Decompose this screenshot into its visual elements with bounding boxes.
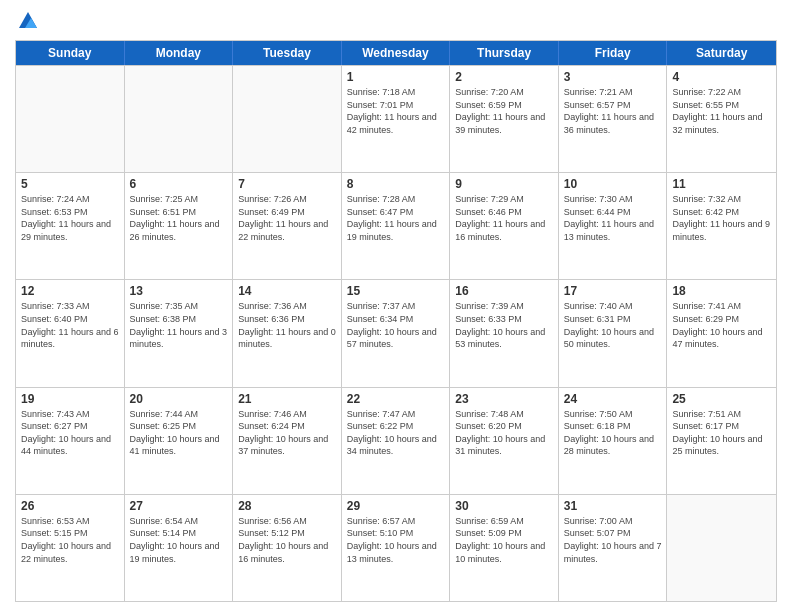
day-number: 7 <box>238 177 336 191</box>
cal-cell-r4-c4: 22Sunrise: 7:47 AM Sunset: 6:22 PM Dayli… <box>342 388 451 494</box>
cal-cell-r2-c7: 11Sunrise: 7:32 AM Sunset: 6:42 PM Dayli… <box>667 173 776 279</box>
cal-cell-r2-c6: 10Sunrise: 7:30 AM Sunset: 6:44 PM Dayli… <box>559 173 668 279</box>
day-info: Sunrise: 7:30 AM Sunset: 6:44 PM Dayligh… <box>564 193 662 243</box>
day-number: 6 <box>130 177 228 191</box>
col-saturday: Saturday <box>667 41 776 65</box>
day-number: 18 <box>672 284 771 298</box>
cal-cell-r5-c5: 30Sunrise: 6:59 AM Sunset: 5:09 PM Dayli… <box>450 495 559 601</box>
day-number: 29 <box>347 499 445 513</box>
day-number: 3 <box>564 70 662 84</box>
col-tuesday: Tuesday <box>233 41 342 65</box>
cal-cell-r5-c7 <box>667 495 776 601</box>
cal-cell-r3-c3: 14Sunrise: 7:36 AM Sunset: 6:36 PM Dayli… <box>233 280 342 386</box>
day-number: 5 <box>21 177 119 191</box>
calendar-header: Sunday Monday Tuesday Wednesday Thursday… <box>16 41 776 65</box>
cal-cell-r2-c1: 5Sunrise: 7:24 AM Sunset: 6:53 PM Daylig… <box>16 173 125 279</box>
day-number: 10 <box>564 177 662 191</box>
day-info: Sunrise: 7:47 AM Sunset: 6:22 PM Dayligh… <box>347 408 445 458</box>
logo-icon <box>17 10 39 32</box>
day-info: Sunrise: 7:28 AM Sunset: 6:47 PM Dayligh… <box>347 193 445 243</box>
col-monday: Monday <box>125 41 234 65</box>
day-number: 11 <box>672 177 771 191</box>
col-friday: Friday <box>559 41 668 65</box>
day-info: Sunrise: 7:00 AM Sunset: 5:07 PM Dayligh… <box>564 515 662 565</box>
day-number: 14 <box>238 284 336 298</box>
cal-cell-r2-c4: 8Sunrise: 7:28 AM Sunset: 6:47 PM Daylig… <box>342 173 451 279</box>
day-info: Sunrise: 7:21 AM Sunset: 6:57 PM Dayligh… <box>564 86 662 136</box>
day-number: 8 <box>347 177 445 191</box>
cal-cell-r5-c1: 26Sunrise: 6:53 AM Sunset: 5:15 PM Dayli… <box>16 495 125 601</box>
cal-cell-r1-c2 <box>125 66 234 172</box>
day-info: Sunrise: 7:51 AM Sunset: 6:17 PM Dayligh… <box>672 408 771 458</box>
cal-cell-r3-c2: 13Sunrise: 7:35 AM Sunset: 6:38 PM Dayli… <box>125 280 234 386</box>
day-info: Sunrise: 7:36 AM Sunset: 6:36 PM Dayligh… <box>238 300 336 350</box>
cal-cell-r4-c5: 23Sunrise: 7:48 AM Sunset: 6:20 PM Dayli… <box>450 388 559 494</box>
day-number: 31 <box>564 499 662 513</box>
day-number: 28 <box>238 499 336 513</box>
day-info: Sunrise: 7:26 AM Sunset: 6:49 PM Dayligh… <box>238 193 336 243</box>
cal-cell-r1-c6: 3Sunrise: 7:21 AM Sunset: 6:57 PM Daylig… <box>559 66 668 172</box>
day-info: Sunrise: 7:24 AM Sunset: 6:53 PM Dayligh… <box>21 193 119 243</box>
day-info: Sunrise: 7:41 AM Sunset: 6:29 PM Dayligh… <box>672 300 771 350</box>
cal-cell-r5-c4: 29Sunrise: 6:57 AM Sunset: 5:10 PM Dayli… <box>342 495 451 601</box>
day-info: Sunrise: 7:22 AM Sunset: 6:55 PM Dayligh… <box>672 86 771 136</box>
day-number: 23 <box>455 392 553 406</box>
cal-cell-r3-c4: 15Sunrise: 7:37 AM Sunset: 6:34 PM Dayli… <box>342 280 451 386</box>
day-info: Sunrise: 7:40 AM Sunset: 6:31 PM Dayligh… <box>564 300 662 350</box>
day-info: Sunrise: 6:57 AM Sunset: 5:10 PM Dayligh… <box>347 515 445 565</box>
col-thursday: Thursday <box>450 41 559 65</box>
cal-cell-r3-c1: 12Sunrise: 7:33 AM Sunset: 6:40 PM Dayli… <box>16 280 125 386</box>
logo <box>15 10 39 32</box>
day-number: 12 <box>21 284 119 298</box>
cal-row-4: 19Sunrise: 7:43 AM Sunset: 6:27 PM Dayli… <box>16 387 776 494</box>
cal-cell-r4-c7: 25Sunrise: 7:51 AM Sunset: 6:17 PM Dayli… <box>667 388 776 494</box>
day-number: 17 <box>564 284 662 298</box>
day-info: Sunrise: 6:54 AM Sunset: 5:14 PM Dayligh… <box>130 515 228 565</box>
cal-row-1: 1Sunrise: 7:18 AM Sunset: 7:01 PM Daylig… <box>16 65 776 172</box>
day-number: 4 <box>672 70 771 84</box>
day-number: 25 <box>672 392 771 406</box>
cal-cell-r5-c2: 27Sunrise: 6:54 AM Sunset: 5:14 PM Dayli… <box>125 495 234 601</box>
cal-cell-r4-c2: 20Sunrise: 7:44 AM Sunset: 6:25 PM Dayli… <box>125 388 234 494</box>
day-number: 26 <box>21 499 119 513</box>
day-info: Sunrise: 7:33 AM Sunset: 6:40 PM Dayligh… <box>21 300 119 350</box>
cal-cell-r3-c7: 18Sunrise: 7:41 AM Sunset: 6:29 PM Dayli… <box>667 280 776 386</box>
day-number: 27 <box>130 499 228 513</box>
day-info: Sunrise: 7:48 AM Sunset: 6:20 PM Dayligh… <box>455 408 553 458</box>
day-info: Sunrise: 7:29 AM Sunset: 6:46 PM Dayligh… <box>455 193 553 243</box>
header <box>15 10 777 32</box>
cal-cell-r2-c2: 6Sunrise: 7:25 AM Sunset: 6:51 PM Daylig… <box>125 173 234 279</box>
cal-cell-r3-c6: 17Sunrise: 7:40 AM Sunset: 6:31 PM Dayli… <box>559 280 668 386</box>
calendar-body: 1Sunrise: 7:18 AM Sunset: 7:01 PM Daylig… <box>16 65 776 601</box>
cal-cell-r4-c6: 24Sunrise: 7:50 AM Sunset: 6:18 PM Dayli… <box>559 388 668 494</box>
col-sunday: Sunday <box>16 41 125 65</box>
day-number: 2 <box>455 70 553 84</box>
day-info: Sunrise: 7:35 AM Sunset: 6:38 PM Dayligh… <box>130 300 228 350</box>
day-number: 20 <box>130 392 228 406</box>
cal-cell-r1-c5: 2Sunrise: 7:20 AM Sunset: 6:59 PM Daylig… <box>450 66 559 172</box>
cal-row-3: 12Sunrise: 7:33 AM Sunset: 6:40 PM Dayli… <box>16 279 776 386</box>
day-info: Sunrise: 6:56 AM Sunset: 5:12 PM Dayligh… <box>238 515 336 565</box>
col-wednesday: Wednesday <box>342 41 451 65</box>
cal-row-2: 5Sunrise: 7:24 AM Sunset: 6:53 PM Daylig… <box>16 172 776 279</box>
day-info: Sunrise: 6:59 AM Sunset: 5:09 PM Dayligh… <box>455 515 553 565</box>
day-info: Sunrise: 7:32 AM Sunset: 6:42 PM Dayligh… <box>672 193 771 243</box>
day-info: Sunrise: 6:53 AM Sunset: 5:15 PM Dayligh… <box>21 515 119 565</box>
day-number: 1 <box>347 70 445 84</box>
cal-cell-r1-c1 <box>16 66 125 172</box>
cal-cell-r2-c5: 9Sunrise: 7:29 AM Sunset: 6:46 PM Daylig… <box>450 173 559 279</box>
day-number: 16 <box>455 284 553 298</box>
day-info: Sunrise: 7:44 AM Sunset: 6:25 PM Dayligh… <box>130 408 228 458</box>
cal-cell-r2-c3: 7Sunrise: 7:26 AM Sunset: 6:49 PM Daylig… <box>233 173 342 279</box>
cal-cell-r1-c4: 1Sunrise: 7:18 AM Sunset: 7:01 PM Daylig… <box>342 66 451 172</box>
day-info: Sunrise: 7:25 AM Sunset: 6:51 PM Dayligh… <box>130 193 228 243</box>
day-info: Sunrise: 7:46 AM Sunset: 6:24 PM Dayligh… <box>238 408 336 458</box>
cal-cell-r4-c1: 19Sunrise: 7:43 AM Sunset: 6:27 PM Dayli… <box>16 388 125 494</box>
cal-cell-r4-c3: 21Sunrise: 7:46 AM Sunset: 6:24 PM Dayli… <box>233 388 342 494</box>
cal-row-5: 26Sunrise: 6:53 AM Sunset: 5:15 PM Dayli… <box>16 494 776 601</box>
day-info: Sunrise: 7:43 AM Sunset: 6:27 PM Dayligh… <box>21 408 119 458</box>
day-info: Sunrise: 7:18 AM Sunset: 7:01 PM Dayligh… <box>347 86 445 136</box>
cal-cell-r5-c6: 31Sunrise: 7:00 AM Sunset: 5:07 PM Dayli… <box>559 495 668 601</box>
day-info: Sunrise: 7:39 AM Sunset: 6:33 PM Dayligh… <box>455 300 553 350</box>
day-info: Sunrise: 7:37 AM Sunset: 6:34 PM Dayligh… <box>347 300 445 350</box>
